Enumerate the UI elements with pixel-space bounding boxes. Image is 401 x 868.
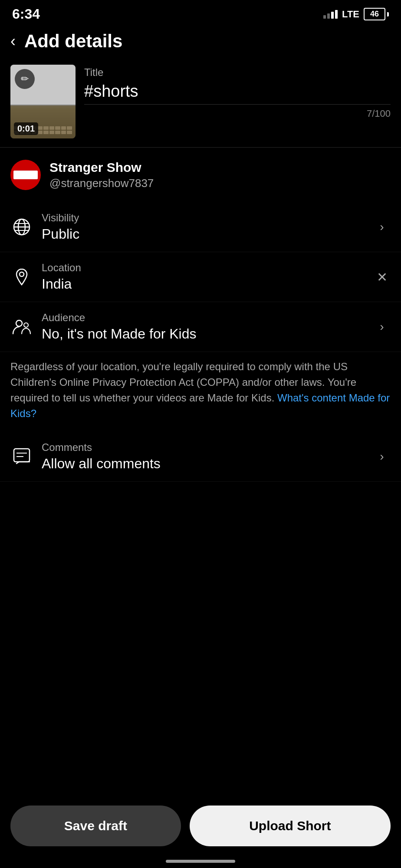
signal-bar-4 (335, 10, 338, 19)
bottom-buttons: Save draft Upload Short (0, 806, 401, 846)
key (61, 126, 66, 130)
visibility-content: Visibility Public (42, 212, 365, 242)
audience-row[interactable]: Audience No, it's not Made for Kids › (0, 302, 401, 352)
upload-short-button[interactable]: Upload Short (190, 806, 391, 846)
location-content: Location India (42, 262, 365, 292)
comments-chevron: › (373, 450, 391, 464)
location-label: Location (42, 262, 365, 274)
edit-thumbnail-button[interactable]: ✏ (15, 69, 35, 89)
comments-label: Comments (42, 441, 365, 454)
account-name: Stranger Show (49, 160, 154, 175)
svg-rect-8 (14, 449, 30, 462)
audience-value: No, it's not Made for Kids (42, 326, 365, 342)
account-section: Stranger Show @strangershow7837 (0, 148, 401, 202)
status-bar: 6:34 LTE 46 (0, 0, 401, 26)
svg-point-5 (20, 272, 24, 276)
char-count: 7/100 (84, 108, 391, 119)
status-time: 6:34 (12, 6, 40, 22)
title-label: Title (84, 66, 391, 79)
comments-content: Comments Allow all comments (42, 441, 365, 472)
avatar-inner (10, 160, 41, 190)
key (49, 126, 55, 130)
key (61, 131, 66, 134)
battery: 46 (364, 8, 389, 20)
visibility-row[interactable]: Visibility Public › (0, 202, 401, 252)
visibility-chevron: › (373, 220, 391, 234)
key (67, 131, 72, 134)
video-duration: 0:01 (14, 122, 38, 135)
comments-row[interactable]: Comments Allow all comments › (0, 432, 401, 482)
back-button[interactable]: ‹ (10, 33, 16, 49)
key (67, 126, 72, 130)
save-draft-button[interactable]: Save draft (10, 806, 181, 846)
account-handle: @strangershow7837 (49, 177, 154, 190)
pencil-icon: ✏ (21, 73, 29, 85)
audience-chevron: › (373, 320, 391, 334)
location-clear-button[interactable]: ✕ (373, 270, 391, 285)
location-pin-icon (10, 266, 33, 288)
globe-icon (10, 216, 33, 238)
svg-point-7 (24, 323, 28, 327)
visibility-value: Public (42, 226, 365, 242)
key (55, 131, 60, 134)
video-title-section: ✏ 0:01 Title #shorts 7/100 (0, 60, 401, 147)
key (43, 131, 49, 134)
key (37, 126, 43, 130)
coppa-text: Regardless of your location, you're lega… (0, 352, 401, 432)
signal-bar-3 (331, 12, 334, 19)
location-row[interactable]: Location India ✕ (0, 252, 401, 302)
signal-bar-1 (323, 15, 326, 19)
svg-point-6 (16, 320, 22, 326)
comments-value: Allow all comments (42, 456, 365, 472)
avatar-stripe (13, 171, 38, 179)
audience-content: Audience No, it's not Made for Kids (42, 312, 365, 342)
title-input[interactable]: #shorts (84, 82, 391, 105)
signal-bar-2 (327, 13, 330, 19)
audience-icon (10, 316, 33, 338)
key (55, 126, 60, 130)
signal-bars (323, 10, 338, 19)
key (37, 131, 43, 134)
video-thumbnail[interactable]: ✏ 0:01 (10, 65, 76, 138)
location-value: India (42, 276, 365, 292)
avatar (10, 160, 41, 190)
key (43, 126, 49, 130)
status-right: LTE 46 (323, 8, 389, 20)
lte-label: LTE (342, 9, 359, 20)
close-icon: ✕ (377, 270, 388, 285)
battery-tip (387, 12, 389, 16)
audience-label: Audience (42, 312, 365, 324)
battery-level: 46 (364, 8, 385, 20)
key (49, 131, 55, 134)
account-info: Stranger Show @strangershow7837 (49, 160, 154, 190)
page-title: Add details (24, 31, 122, 52)
title-section: Title #shorts 7/100 (84, 65, 391, 119)
home-indicator (166, 860, 235, 863)
header: ‹ Add details (0, 26, 401, 60)
comments-icon (10, 445, 33, 468)
visibility-label: Visibility (42, 212, 365, 224)
